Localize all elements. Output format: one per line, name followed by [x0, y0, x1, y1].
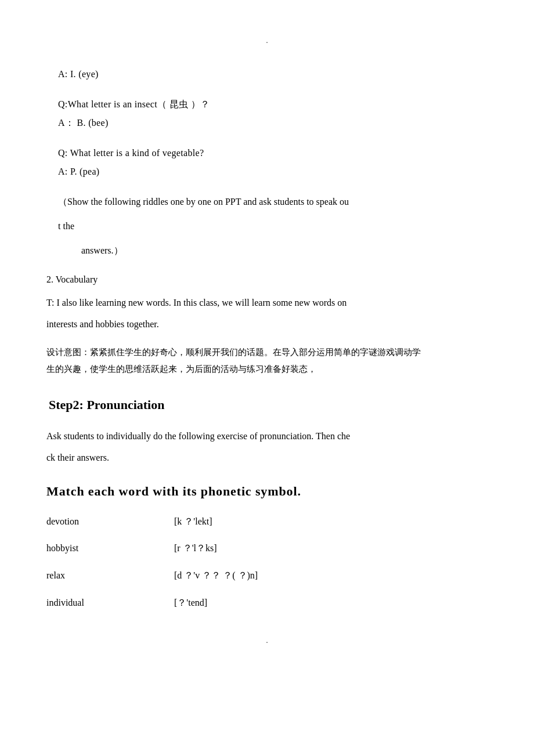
vocab-list: devotion [k ？'lekt] hobbyist [r ？'l？ks] … [46, 513, 488, 612]
t-line1: T: I also like learning new words. In th… [46, 294, 488, 312]
ask-line1: Ask students to individually do the foll… [46, 427, 488, 446]
show-note-line3: answers.） [81, 241, 488, 260]
t-line2: interests and hobbies together. [46, 315, 488, 334]
answer-line: A: I. (eye) [58, 65, 488, 84]
vocab-row-relax: relax [d ？'v ？？ ？( ？)n] [46, 567, 488, 584]
answer-i-eye: A: I. (eye) [58, 65, 488, 84]
design-note-line1: 设计意图：紧紧抓住学生的好奇心，顺利展开我们的话题。在导入部分运用简单的字谜游戏… [46, 344, 488, 361]
design-note-block: 设计意图：紧紧抓住学生的好奇心，顺利展开我们的话题。在导入部分运用简单的字谜游戏… [46, 344, 488, 377]
show-note-line2: t the [58, 217, 488, 236]
vocab-word-devotion: devotion [46, 513, 174, 530]
section-2: 2. Vocabulary [46, 272, 488, 288]
dot-top: . [46, 35, 488, 48]
vocab-word-relax: relax [46, 567, 174, 584]
vocab-phonetic-devotion: [k ？'lekt] [174, 513, 212, 530]
answer-bee: A： B. (bee) [58, 114, 488, 132]
show-note-block: （Show the following riddles one by one o… [46, 193, 488, 260]
answer-pea: A: P. (pea) [58, 162, 488, 181]
vocab-row-hobbyist: hobbyist [r ？'l？ks] [46, 540, 488, 557]
vocab-phonetic-individual: [？'tend] [174, 595, 207, 612]
vocab-phonetic-hobbyist: [r ？'l？ks] [174, 540, 217, 557]
match-heading: Match each word with its phonetic symbol… [46, 480, 488, 503]
vocab-word-individual: individual [46, 595, 174, 612]
vocab-phonetic-relax: [d ？'v ？？ ？( ？)n] [174, 567, 258, 584]
show-note-line1: （Show the following riddles one by one o… [58, 193, 488, 211]
question-insect: Q:What letter is an insect（ 昆虫 ）？ [58, 95, 488, 114]
ask-block: Ask students to individually do the foll… [46, 427, 488, 467]
vocab-row-devotion: devotion [k ？'lekt] [46, 513, 488, 530]
step2-heading: Step2: Pronunciation [46, 393, 488, 417]
question-vegetable: Q: What letter is a kind of vegetable? [58, 144, 488, 162]
qa-insect-block: Q:What letter is an insect（ 昆虫 ）？ A： B. … [58, 95, 488, 132]
ask-line2: ck their answers. [46, 448, 488, 467]
t-line-block: T: I also like learning new words. In th… [46, 294, 488, 334]
dot-bottom: . [46, 635, 488, 648]
design-note-line2: 生的兴趣，使学生的思维活跃起来，为后面的活动与练习准备好装态， [46, 361, 488, 378]
vocab-word-hobbyist: hobbyist [46, 540, 174, 557]
vocab-row-individual: individual [？'tend] [46, 595, 488, 612]
qa-vegetable-block: Q: What letter is a kind of vegetable? A… [58, 144, 488, 181]
